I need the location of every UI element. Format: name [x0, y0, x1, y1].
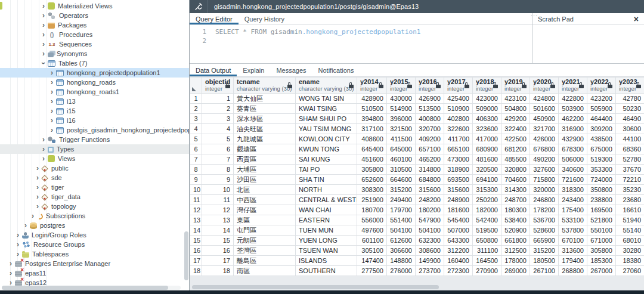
- cell-y2020[interactable]: 501600: [530, 104, 559, 114]
- row-number[interactable]: 15: [190, 236, 202, 246]
- cell-y2020[interactable]: 321700: [530, 124, 559, 134]
- cell-y2015[interactable]: 645000: [387, 144, 416, 154]
- cell-y2021[interactable]: 243400: [559, 195, 587, 205]
- cell-tcname[interactable]: 荃灣區: [234, 246, 296, 256]
- cell-y2019[interactable]: 312500: [501, 246, 530, 256]
- tree-item-topology[interactable]: ›topology: [0, 202, 189, 211]
- cell-y2019[interactable]: 180300: [501, 205, 530, 215]
- cell-objectid[interactable]: 12: [202, 205, 234, 215]
- cell-objectid[interactable]: 18: [202, 266, 234, 276]
- cell-y2019[interactable]: 423100: [501, 94, 530, 104]
- cell-y2015[interactable]: 504100: [387, 225, 416, 236]
- cell-tcname[interactable]: 中西區: [234, 195, 296, 205]
- row-number[interactable]: 14: [190, 225, 202, 236]
- chevron-right-icon[interactable]: ›: [14, 231, 21, 239]
- cell-ename[interactable]: SAI KUNG: [296, 154, 357, 165]
- tree-item-hongkong-projectedpopulation1[interactable]: ›hongkong_projectedpopulation1: [0, 68, 189, 78]
- tree-vertical-scrollbar-thumb[interactable]: [184, 231, 188, 280]
- cell-ename[interactable]: KOWLOON CITY: [296, 134, 357, 144]
- cell-ename[interactable]: TSUEN WAN: [296, 246, 357, 256]
- cell-y2023[interactable]: 23680: [616, 195, 644, 205]
- cell-objectid[interactable]: 7: [202, 154, 234, 165]
- cell-y2019[interactable]: 320800: [501, 165, 530, 175]
- tree-item-epas11[interactable]: ›epas11: [0, 268, 189, 278]
- chevron-right-icon[interactable]: ›: [22, 222, 29, 229]
- cell-y2016[interactable]: 149900: [416, 256, 444, 266]
- cell-ename[interactable]: SOUTHERN: [296, 266, 357, 276]
- grid-horizontal-scrollbar[interactable]: [192, 285, 640, 289]
- cell-y2015[interactable]: 551400: [387, 215, 416, 225]
- cell-y2023[interactable]: 68010: [616, 236, 644, 246]
- cell-y2014[interactable]: 408600: [357, 134, 387, 144]
- cell-y2023[interactable]: 18380: [616, 256, 644, 266]
- cell-y2017[interactable]: 322600: [444, 124, 473, 134]
- tab-data-output[interactable]: Data Output: [190, 64, 237, 76]
- cell-tcname[interactable]: 油尖旺區: [234, 124, 296, 134]
- cell-y2014[interactable]: 180700: [357, 205, 387, 215]
- cell-y2018[interactable]: 270900: [473, 266, 501, 276]
- tree-item-materialized-views[interactable]: ›Materialized Views: [0, 1, 189, 11]
- cell-y2017[interactable]: 693500: [444, 175, 473, 185]
- chevron-right-icon[interactable]: ›: [40, 12, 47, 19]
- cell-objectid[interactable]: 9: [202, 175, 234, 185]
- cell-ename[interactable]: KWUN TONG: [296, 144, 357, 154]
- cell-y2017[interactable]: 507000: [444, 225, 473, 236]
- chevron-right-icon[interactable]: ›: [48, 69, 55, 76]
- chevron-right-icon[interactable]: ›: [40, 2, 47, 10]
- cell-y2014[interactable]: 451600: [357, 154, 387, 165]
- chevron-right-icon[interactable]: ›: [40, 31, 47, 38]
- cell-y2023[interactable]: 44100: [616, 134, 644, 144]
- tab-explain[interactable]: Explain: [237, 64, 270, 76]
- cell-y2022[interactable]: 671000: [587, 236, 616, 246]
- cell-y2016[interactable]: 314800: [416, 165, 444, 175]
- column-header-y2017[interactable]: y2017integer: [444, 78, 473, 94]
- chevron-right-icon[interactable]: ›: [48, 117, 55, 124]
- sql-text[interactable]: SELECT * FROM gisadmin.hongkong_projecte…: [210, 25, 420, 63]
- cell-ename[interactable]: WONG TAI SIN: [296, 94, 357, 104]
- cell-tcname[interactable]: 東區: [234, 215, 296, 225]
- cell-y2018[interactable]: 694100: [473, 175, 501, 185]
- cell-y2022[interactable]: 353300: [587, 165, 616, 175]
- cell-y2022[interactable]: 724000: [587, 175, 616, 185]
- row-number[interactable]: 7: [190, 154, 202, 165]
- cell-tcname[interactable]: 葵青區: [234, 104, 296, 114]
- cell-y2023[interactable]: 46490: [616, 114, 644, 124]
- tree-horizontal-scrollbar[interactable]: [2, 286, 181, 290]
- cell-y2015[interactable]: 430000: [387, 94, 416, 104]
- cell-ename[interactable]: EASTERN: [296, 215, 357, 225]
- cell-y2020[interactable]: 536700: [530, 215, 559, 225]
- column-header-y2021[interactable]: y2021integer: [559, 78, 587, 94]
- chevron-right-icon[interactable]: ›: [40, 50, 47, 57]
- cell-y2023[interactable]: 72210: [616, 175, 644, 185]
- chevron-right-icon[interactable]: ›: [7, 270, 14, 277]
- tree-item-types[interactable]: ›Types: [0, 144, 189, 154]
- cell-y2019[interactable]: 681200: [501, 144, 530, 154]
- cell-y2021[interactable]: 506000: [559, 154, 587, 165]
- cell-ename[interactable]: NORTH: [296, 185, 357, 195]
- cell-y2016[interactable]: 273700: [416, 266, 444, 276]
- cell-y2023[interactable]: 42780: [616, 94, 644, 104]
- cell-ename[interactable]: CENTRAL & WESTERN: [296, 195, 357, 205]
- cell-y2018[interactable]: 423000: [473, 94, 501, 104]
- cell-ename[interactable]: TAI PO: [296, 165, 357, 175]
- cell-y2021[interactable]: 537800: [559, 225, 587, 236]
- cell-objectid[interactable]: 2: [202, 104, 234, 114]
- cell-y2021[interactable]: 503900: [559, 104, 587, 114]
- cell-y2016[interactable]: 426900: [416, 94, 444, 104]
- row-number[interactable]: 8: [190, 165, 202, 175]
- cell-y2018[interactable]: 164500: [473, 256, 501, 266]
- row-number[interactable]: 3: [190, 114, 202, 124]
- cell-y2017[interactable]: 402800: [444, 114, 473, 124]
- tree-item-i15[interactable]: ›i15: [0, 106, 189, 116]
- cell-y2014[interactable]: 317100: [357, 124, 387, 134]
- cell-y2018[interactable]: 650800: [473, 236, 501, 246]
- cell-objectid[interactable]: 15: [202, 236, 234, 246]
- cell-y2018[interactable]: 519500: [473, 225, 501, 236]
- cell-y2023[interactable]: 51940: [616, 215, 644, 225]
- cell-y2014[interactable]: 652600: [357, 175, 387, 185]
- chevron-right-icon[interactable]: ›: [34, 184, 41, 191]
- cell-objectid[interactable]: 5: [202, 134, 234, 144]
- cell-y2019[interactable]: 314300: [501, 185, 530, 195]
- cell-y2023[interactable]: 16610: [616, 205, 644, 215]
- cell-y2016[interactable]: 180200: [416, 205, 444, 215]
